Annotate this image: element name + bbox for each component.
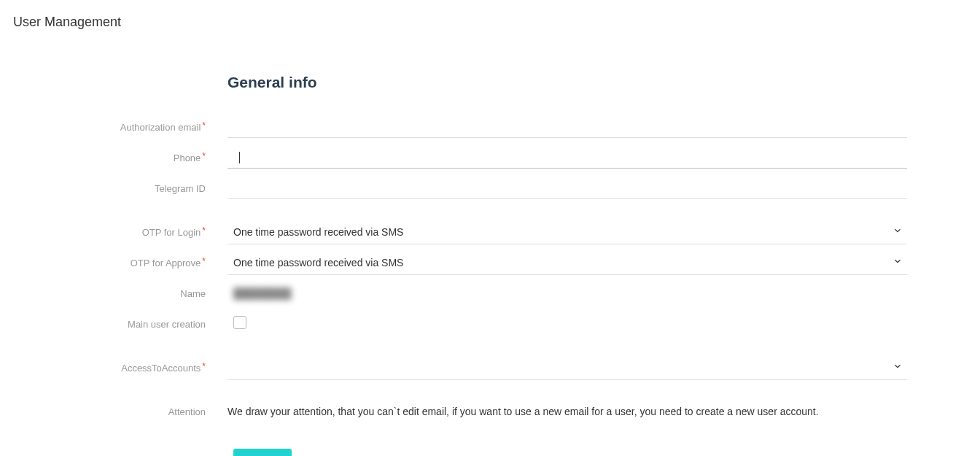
label-main-user: Main user creation	[0, 319, 211, 330]
row-telegram: Telegram ID	[0, 173, 980, 204]
user-form: General info Authorization email* Phone*…	[0, 74, 980, 456]
label-attention: Attention	[0, 406, 211, 417]
otp-login-select[interactable]: One time password received via SMS	[228, 220, 907, 244]
main-user-checkbox[interactable]	[233, 316, 246, 329]
label-telegram: Telegram ID	[0, 183, 211, 194]
label-access-accounts-text: AccessToAccounts	[121, 363, 201, 374]
row-phone: Phone*	[0, 142, 980, 173]
row-otp-approve: OTP for Approve* One time password recei…	[0, 247, 980, 278]
auth-email-input[interactable]	[228, 117, 907, 138]
row-attention: Attention We draw your attention, that y…	[0, 396, 980, 427]
section-title: General info	[228, 74, 980, 91]
label-phone: Phone*	[0, 152, 211, 163]
label-otp-approve: OTP for Approve*	[0, 258, 211, 268]
page-title: User Management	[0, 0, 980, 30]
row-name: Name ████████	[0, 278, 980, 309]
label-otp-login: OTP for Login*	[0, 227, 211, 238]
otp-approve-value: One time password received via SMS	[228, 251, 907, 274]
label-name: Name	[0, 288, 211, 299]
required-star: *	[202, 361, 206, 371]
label-telegram-text: Telegram ID	[155, 183, 206, 194]
required-star: *	[202, 120, 206, 131]
access-accounts-value	[228, 356, 907, 379]
save-button[interactable]: Save	[233, 449, 292, 456]
name-value: ████████	[228, 283, 907, 304]
text-cursor	[239, 152, 240, 163]
row-otp-login: OTP for Login* One time password receive…	[0, 217, 980, 247]
attention-text: We draw your attention, that you can`t e…	[228, 401, 907, 422]
phone-input[interactable]	[228, 147, 907, 169]
label-phone-text: Phone	[174, 152, 201, 163]
label-otp-login-text: OTP for Login	[142, 227, 201, 238]
telegram-input[interactable]	[228, 178, 907, 199]
required-star: *	[202, 225, 206, 236]
row-main-user: Main user creation	[0, 309, 980, 339]
label-main-user-text: Main user creation	[128, 319, 206, 330]
required-star: *	[202, 256, 206, 266]
label-name-text: Name	[180, 288, 206, 299]
label-attention-text: Attention	[168, 406, 206, 417]
label-auth-email: Authorization email*	[0, 122, 211, 133]
required-star: *	[202, 151, 206, 161]
otp-approve-select[interactable]: One time password received via SMS	[228, 251, 907, 275]
access-accounts-select[interactable]	[228, 356, 907, 380]
row-access-accounts: AccessToAccounts*	[0, 352, 980, 383]
otp-login-value: One time password received via SMS	[228, 220, 907, 244]
label-otp-approve-text: OTP for Approve	[131, 258, 201, 268]
label-auth-email-text: Authorization email	[120, 122, 201, 133]
row-auth-email: Authorization email*	[0, 112, 980, 142]
label-access-accounts: AccessToAccounts*	[0, 363, 211, 374]
